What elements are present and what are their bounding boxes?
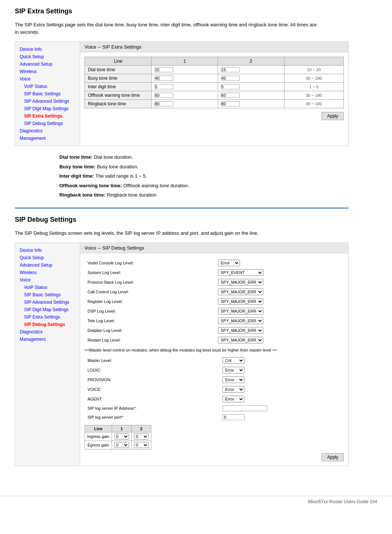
- sidebar2-diagnostics[interactable]: Diagnostics: [15, 328, 80, 336]
- busy-tone-input1[interactable]: [155, 76, 173, 81]
- sip-extra-settings-heading: SIP Extra Settings: [15, 7, 377, 15]
- egress-gain-label: Egress gain: [85, 441, 112, 449]
- voice-select[interactable]: Error Debug Crit: [223, 386, 244, 393]
- sidebar2-voice[interactable]: Voice: [15, 276, 80, 284]
- dsp-log-select[interactable]: SPY_MAJOR_ERR SPY_EVENT Error: [218, 308, 263, 314]
- register-log-label: Register Log Level:: [85, 297, 215, 306]
- offhook-val2[interactable]: [218, 91, 284, 100]
- inter-digit-input1[interactable]: [155, 84, 173, 89]
- footer-text: 66xx/67xx Router Users Guide 154: [308, 499, 377, 504]
- protocol-log-select[interactable]: SPY_MAJOR_ERR SPY_EVENT Error: [218, 279, 263, 286]
- sip-log-port-cell: [220, 413, 343, 421]
- dial-tone-val1[interactable]: [152, 66, 218, 74]
- sidebar2-management[interactable]: Management: [15, 336, 80, 343]
- register-log-select[interactable]: SPY_MAJOR_ERR SPY_EVENT Error: [218, 298, 263, 305]
- sidebar2-wireless[interactable]: Wireless: [15, 269, 80, 276]
- sidebar-voip-status[interactable]: VoIP Status: [15, 83, 80, 90]
- sip-log-port-label: SIP log server port*:: [85, 413, 220, 421]
- sip-log-port-input[interactable]: [223, 414, 245, 420]
- busy-tone-val1[interactable]: [152, 74, 218, 83]
- system-log-select-cell: SPY_EVENT SPY_MAJOR_ERR Error: [216, 268, 343, 277]
- section-divider: [15, 208, 349, 208]
- restart-log-select[interactable]: SPY_MAJOR_ERR SPY_EVENT Error: [218, 337, 263, 343]
- sip-extra-definitions: Dial tone time: Dial tone duration. Busy…: [59, 154, 337, 199]
- sidebar-device-info[interactable]: Device Info: [15, 46, 80, 53]
- sidebar-quick-setup[interactable]: Quick Setup: [15, 53, 80, 60]
- egress-gain-select2[interactable]: 0 1 -1: [134, 442, 149, 448]
- sip-log-ip-cell: [220, 404, 343, 412]
- restart-log-label: Restart Log Level:: [85, 336, 215, 345]
- busy-tone-input2[interactable]: [221, 76, 240, 81]
- sidebar2-device-info[interactable]: Device Info: [15, 247, 80, 254]
- dsp-log-select-cell: SPY_MAJOR_ERR SPY_EVENT Error: [216, 307, 343, 316]
- master-level-select-cell: Crit Error Debug: [220, 356, 343, 365]
- sidebar2-voip-status[interactable]: VoIP Status: [15, 284, 80, 291]
- register-log-select-cell: SPY_MAJOR_ERR SPY_EVENT Error: [216, 297, 343, 306]
- ingress-gain-select1[interactable]: 0 1 -1: [114, 434, 129, 439]
- inter-digit-val2[interactable]: [218, 83, 284, 91]
- provision-select[interactable]: Error Debug Crit: [223, 376, 244, 383]
- table-row: Vodel Console Log Level: Error Debug Inf…: [85, 258, 343, 267]
- table-row: SIP log server port*:: [85, 413, 343, 421]
- logic-label: LOGIC:: [85, 366, 220, 375]
- sidebar-sip-extra[interactable]: SIP Extra Settings: [15, 112, 80, 120]
- sidebar2-sip-digit-map[interactable]: SIP Digit Map Settings: [15, 306, 80, 313]
- logic-select[interactable]: Error Debug Crit: [223, 367, 244, 373]
- table-row: Inter digit time 1 ~ 5: [85, 83, 344, 91]
- offhook-val1[interactable]: [152, 91, 218, 100]
- master-level-select[interactable]: Crit Error Debug: [223, 357, 244, 364]
- ringback-input1[interactable]: [155, 101, 173, 106]
- sidebar-sip-debug[interactable]: SIP Debug Settings: [15, 120, 80, 127]
- agent-select[interactable]: Error Debug Crit: [223, 396, 244, 402]
- provision-label: PROVISION:: [85, 375, 220, 384]
- ringback-val2[interactable]: [218, 100, 284, 108]
- busy-tone-val2[interactable]: [218, 74, 284, 83]
- sidebar2-sip-debug[interactable]: SIP Debug Settings: [15, 321, 80, 328]
- callcontrol-log-select[interactable]: SPY_MAJOR_ERR SPY_EVENT Error: [218, 289, 263, 295]
- table-row: VOICE: Error Debug Crit: [85, 385, 343, 394]
- busy-tone-range: 30 ~ 180: [284, 74, 343, 83]
- offhook-input1[interactable]: [155, 93, 173, 98]
- sidebar2-advanced-setup[interactable]: Advanced Setup: [15, 261, 80, 269]
- sidebar-sip-advanced[interactable]: SIP Advanced Settings: [15, 98, 80, 105]
- sidebar2-quick-setup[interactable]: Quick Setup: [15, 254, 80, 261]
- tele-log-select[interactable]: SPY_MAJOR_ERR SPY_EVENT Error: [218, 317, 263, 324]
- sidebar-diagnostics[interactable]: Diagnostics: [15, 127, 80, 135]
- sidebar-sip-digit-map[interactable]: SIP Digit Map Settings: [15, 105, 80, 112]
- dsp-log-label: DSP Log Level:: [85, 307, 215, 316]
- sip-log-ip-input[interactable]: [223, 405, 267, 411]
- logic-select-cell: Error Debug Crit: [220, 366, 343, 375]
- ingress-gain-select2[interactable]: 0 1 -1: [134, 434, 149, 439]
- egress-gain-select1[interactable]: 0 1 -1: [114, 442, 129, 448]
- gain-col-line: Line: [85, 425, 112, 432]
- sidebar-wireless[interactable]: Wireless: [15, 68, 80, 75]
- sidebar2-sip-advanced[interactable]: SIP Advanced Settings: [15, 299, 80, 306]
- system-log-select[interactable]: SPY_EVENT SPY_MAJOR_ERR Error: [218, 269, 263, 276]
- table-row: Dialplan Log Level: SPY_MAJOR_ERR SPY_EV…: [85, 326, 343, 335]
- sip-debug-settings-panel: Device Info Quick Setup Advanced Setup W…: [15, 243, 349, 466]
- dial-tone-input1[interactable]: [155, 67, 173, 72]
- sidebar-advanced-setup[interactable]: Advanced Setup: [15, 60, 80, 68]
- sidebar-voice[interactable]: Voice: [15, 75, 80, 83]
- sip-extra-apply-button[interactable]: Apply: [322, 112, 344, 120]
- vodel-log-select[interactable]: Error Debug Info: [218, 260, 240, 266]
- offhook-input2[interactable]: [221, 93, 240, 98]
- ringback-val1[interactable]: [152, 100, 218, 108]
- sidebar2-sip-extra[interactable]: SIP Extra Settings: [15, 313, 80, 321]
- agent-label: AGENT:: [85, 395, 220, 403]
- inter-digit-val1[interactable]: [152, 83, 218, 91]
- table-row: AGENT: Error Debug Crit: [85, 395, 343, 403]
- ringback-input2[interactable]: [221, 101, 240, 106]
- sidebar-management[interactable]: Management: [15, 135, 80, 142]
- dialplan-log-select[interactable]: SPY_MAJOR_ERR SPY_EVENT Error: [218, 327, 263, 334]
- sip-debug-settings-description: The SIP Debug Settings screen sets log l…: [15, 230, 319, 237]
- dial-tone-val2[interactable]: [218, 66, 284, 74]
- sidebar-sip-basic[interactable]: SIP Basic Settings: [15, 90, 80, 98]
- dialplan-log-label: Dialplan Log Level:: [85, 326, 215, 335]
- sip-extra-panel-body: Line 1 2 Dial tone time 10 ~ 20: [80, 52, 348, 125]
- sip-debug-sidebar: Device Info Quick Setup Advanced Setup W…: [15, 243, 80, 466]
- dial-tone-input2[interactable]: [221, 67, 240, 72]
- inter-digit-input2[interactable]: [221, 84, 240, 89]
- sidebar2-sip-basic[interactable]: SIP Basic Settings: [15, 291, 80, 299]
- sip-debug-apply-button[interactable]: Apply: [322, 453, 344, 461]
